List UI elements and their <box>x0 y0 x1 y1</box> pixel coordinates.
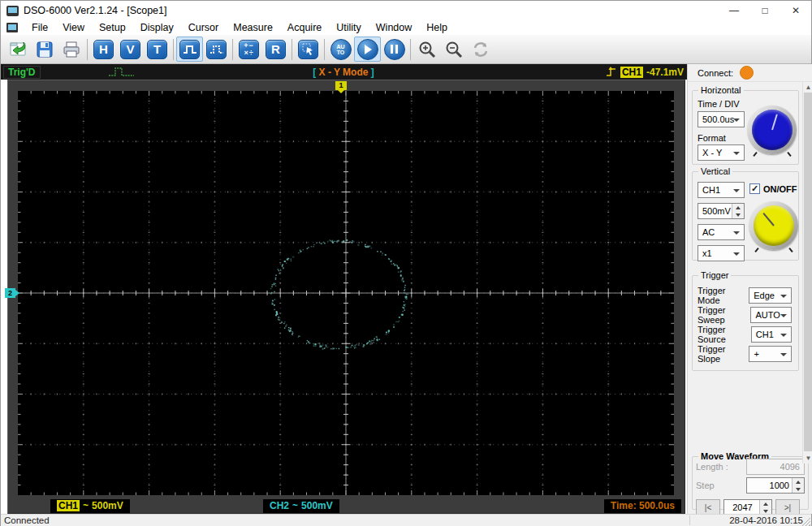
channel2-position-marker[interactable]: 2 <box>5 288 15 298</box>
vertical-knob[interactable] <box>749 201 798 250</box>
chevron-down-icon <box>733 231 740 235</box>
pulse-indicator-icon <box>108 66 136 78</box>
ch2-badge: CH2 <box>270 500 289 511</box>
menu-setup[interactable]: Setup <box>92 22 133 33</box>
app-window: DSO-6000 Ver2.1.24 - [Scope1] — □ ✕ File… <box>0 0 812 526</box>
trigger-slope-select[interactable]: + <box>749 346 792 362</box>
zoom-in-icon <box>417 40 437 59</box>
connect-indicator-button[interactable] <box>740 66 754 80</box>
trigger-mode-select[interactable]: Edge <box>749 287 792 304</box>
position-spinner[interactable]: 2047 <box>723 499 772 515</box>
minimize-button[interactable]: — <box>719 1 749 20</box>
time-div-select[interactable]: 500.0us <box>698 111 745 127</box>
menu-help[interactable]: Help <box>419 22 455 33</box>
trigger-source-select[interactable]: CH1 <box>751 326 792 343</box>
zoom-out-button[interactable] <box>440 37 467 62</box>
save-button[interactable] <box>31 37 58 62</box>
horizontal-knob[interactable] <box>748 106 797 154</box>
channel-select[interactable]: CH1 <box>698 182 745 198</box>
scrollbar-thumb[interactable] <box>804 93 812 451</box>
spin-down-icon[interactable] <box>732 211 744 218</box>
menu-measure[interactable]: Measure <box>226 22 280 33</box>
chevron-down-icon <box>780 314 787 317</box>
ch2-coupling: ~ <box>292 500 298 511</box>
probe-select[interactable]: x1 <box>698 245 745 261</box>
timebase-readout: Time: 500.0us <box>604 499 681 513</box>
waveform-last-button[interactable]: >| <box>775 499 800 515</box>
pulse-measure-button[interactable] <box>203 37 230 62</box>
menu-acquire[interactable]: Acquire <box>280 22 329 33</box>
chevron-down-icon <box>733 189 740 192</box>
math-operators-icon: +−×÷ <box>239 40 259 59</box>
step-spinner[interactable]: 1000 <box>746 477 805 494</box>
close-button[interactable]: ✕ <box>780 1 811 20</box>
menu-view[interactable]: View <box>55 22 92 33</box>
waveform-display[interactable] <box>18 91 674 495</box>
open-button[interactable] <box>4 37 31 62</box>
length-field: 4096 <box>746 459 805 475</box>
menu-utility[interactable]: Utility <box>329 22 369 33</box>
onoff-checkbox[interactable]: ✓ <box>749 183 760 194</box>
pause-button[interactable] <box>381 37 408 62</box>
autoset-button[interactable]: AUTO <box>327 37 354 62</box>
spin-up-icon[interactable] <box>793 478 804 485</box>
zoom-in-button[interactable] <box>413 37 440 62</box>
menu-cursor[interactable]: Cursor <box>181 22 227 33</box>
r-icon: R <box>266 40 286 59</box>
volt-div-spinner[interactable]: 500mV <box>698 203 745 219</box>
cursor-tool-button[interactable] <box>295 37 322 62</box>
scope-document-icon[interactable] <box>6 23 18 32</box>
coupling-select[interactable]: AC <box>698 224 745 240</box>
chevron-down-icon <box>780 334 787 337</box>
dashed-wave-icon <box>206 40 227 59</box>
vertical-settings-button[interactable]: V <box>117 37 144 62</box>
toolbar-separator <box>292 39 292 60</box>
maximize-button[interactable]: □ <box>749 1 780 20</box>
spin-down-icon[interactable] <box>793 485 804 493</box>
trigger-group-title: Trigger <box>698 270 731 280</box>
pause-icon <box>384 39 405 60</box>
spin-up-icon[interactable] <box>760 500 771 507</box>
trigger-position-marker[interactable]: 1 <box>335 81 347 90</box>
save-floppy-icon <box>35 40 54 59</box>
trigger-source-label: Trigger Source <box>698 325 751 344</box>
resize-grip[interactable] <box>802 518 810 526</box>
square-wave-icon <box>179 40 200 59</box>
panel-scrollbar[interactable]: ▲ ▼ <box>802 82 812 463</box>
play-icon <box>357 39 378 60</box>
ch1-coupling: ~ <box>83 500 89 511</box>
trigger-settings-button[interactable]: T <box>144 37 171 62</box>
run-button[interactable] <box>354 37 381 62</box>
ref-waveform-button[interactable]: R <box>262 37 289 62</box>
toolbar-separator <box>87 39 88 60</box>
print-button[interactable] <box>58 37 84 62</box>
horizontal-settings-button[interactable]: H <box>90 37 117 62</box>
refresh-button[interactable] <box>467 37 494 62</box>
scope-display-frame: 1 2 CH1 ~ 500mV CH2 ~ 500mV Time: 500.0u… <box>7 80 685 514</box>
ch1-readout: CH1 ~ 500mV <box>50 499 130 513</box>
h-icon: H <box>93 40 114 59</box>
datetime-display: 28-04-2016 10:15 <box>689 515 803 525</box>
zoom-out-icon <box>444 40 464 59</box>
math-button[interactable]: +−×÷ <box>235 37 262 62</box>
menu-file[interactable]: File <box>24 22 55 33</box>
window-title: DSO-6000 Ver2.1.24 - [Scope1] <box>24 5 167 16</box>
spin-up-icon[interactable] <box>732 204 744 211</box>
toolbar-separator <box>232 39 233 60</box>
v-icon: V <box>120 40 140 59</box>
trigger-channel-badge: CH1 <box>620 67 643 78</box>
format-select[interactable]: X - Y <box>698 144 745 161</box>
pulse-mode-button[interactable] <box>176 37 203 62</box>
menu-display[interactable]: Display <box>133 22 181 33</box>
toolbar-separator <box>410 39 411 60</box>
menu-window[interactable]: Window <box>369 22 419 33</box>
trigger-sweep-select[interactable]: AUTO <box>750 307 792 323</box>
scroll-up-icon[interactable]: ▲ <box>803 82 812 93</box>
scroll-down-icon[interactable]: ▼ <box>803 453 812 463</box>
toolbar-separator <box>173 39 174 60</box>
length-label: Length : <box>696 462 728 472</box>
chevron-down-icon <box>733 152 740 155</box>
waveform-first-button[interactable]: |< <box>696 499 720 515</box>
trigger-group: Trigger Trigger Mode Edge Trigger Sweep … <box>692 275 799 371</box>
trigger-sweep-label: Trigger Sweep <box>698 305 750 325</box>
